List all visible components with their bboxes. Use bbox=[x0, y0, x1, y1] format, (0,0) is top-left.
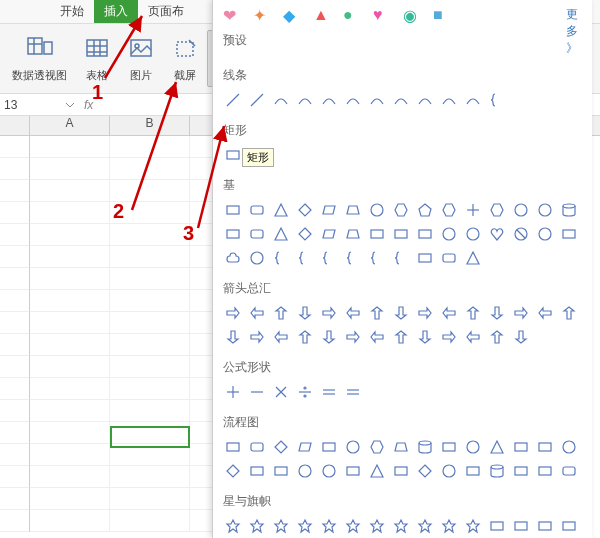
shape-option[interactable] bbox=[247, 224, 267, 244]
shape-option[interactable] bbox=[463, 327, 483, 347]
recent-icon[interactable]: ● bbox=[343, 6, 359, 22]
shape-option[interactable] bbox=[439, 461, 459, 481]
dropdown-icon[interactable] bbox=[64, 99, 76, 111]
shape-option[interactable] bbox=[367, 248, 387, 268]
shape-option[interactable] bbox=[463, 200, 483, 220]
shape-option[interactable] bbox=[439, 90, 459, 110]
col-header-a[interactable]: A bbox=[30, 116, 110, 135]
shape-option[interactable] bbox=[295, 303, 315, 323]
recent-icon[interactable]: ◉ bbox=[403, 6, 419, 22]
shape-option[interactable] bbox=[463, 437, 483, 457]
shape-option[interactable] bbox=[367, 90, 387, 110]
shape-option[interactable] bbox=[559, 224, 579, 244]
shape-option[interactable] bbox=[463, 303, 483, 323]
recent-icon[interactable]: ✦ bbox=[253, 6, 269, 22]
recent-icon[interactable]: ▲ bbox=[313, 6, 329, 22]
shape-option[interactable] bbox=[223, 224, 243, 244]
shape-option[interactable] bbox=[319, 248, 339, 268]
shape-option[interactable] bbox=[319, 224, 339, 244]
shape-option[interactable] bbox=[295, 200, 315, 220]
shape-option[interactable] bbox=[295, 90, 315, 110]
shape-option[interactable] bbox=[271, 516, 291, 536]
shape-option[interactable] bbox=[391, 248, 411, 268]
shape-option[interactable] bbox=[319, 327, 339, 347]
shape-option[interactable] bbox=[367, 516, 387, 536]
shape-option[interactable] bbox=[271, 90, 291, 110]
shape-option[interactable] bbox=[463, 90, 483, 110]
shape-option[interactable] bbox=[391, 437, 411, 457]
shape-option[interactable] bbox=[415, 327, 435, 347]
shape-option[interactable] bbox=[343, 327, 363, 347]
shape-option[interactable] bbox=[535, 516, 555, 536]
shape-option[interactable] bbox=[223, 437, 243, 457]
shape-option[interactable] bbox=[367, 224, 387, 244]
shape-option[interactable] bbox=[559, 437, 579, 457]
shape-option[interactable] bbox=[343, 90, 363, 110]
shape-option[interactable] bbox=[415, 516, 435, 536]
shape-option[interactable] bbox=[415, 224, 435, 244]
shape-option[interactable] bbox=[439, 516, 459, 536]
shape-option[interactable] bbox=[319, 437, 339, 457]
shape-option[interactable] bbox=[223, 516, 243, 536]
shape-option[interactable] bbox=[295, 516, 315, 536]
recent-icon[interactable]: ♥ bbox=[373, 6, 389, 22]
tab-pagelayout[interactable]: 页面布 bbox=[138, 0, 194, 23]
shape-option[interactable] bbox=[415, 200, 435, 220]
shape-option[interactable] bbox=[223, 327, 243, 347]
shape-option[interactable] bbox=[535, 437, 555, 457]
shape-option[interactable] bbox=[247, 90, 267, 110]
selected-cell[interactable] bbox=[110, 426, 190, 448]
shape-option[interactable] bbox=[415, 303, 435, 323]
shape-option[interactable] bbox=[247, 382, 267, 402]
shape-option[interactable] bbox=[511, 224, 531, 244]
shape-option[interactable] bbox=[319, 90, 339, 110]
shape-option[interactable] bbox=[367, 200, 387, 220]
shape-option[interactable] bbox=[223, 248, 243, 268]
shape-option[interactable] bbox=[559, 516, 579, 536]
shape-option[interactable] bbox=[463, 516, 483, 536]
shape-option[interactable] bbox=[271, 327, 291, 347]
shape-option[interactable] bbox=[271, 461, 291, 481]
shape-option[interactable] bbox=[247, 516, 267, 536]
table-button[interactable]: 表格 bbox=[75, 30, 119, 87]
shape-option[interactable] bbox=[415, 461, 435, 481]
shape-option[interactable] bbox=[343, 200, 363, 220]
shape-option[interactable] bbox=[439, 200, 459, 220]
recent-icon[interactable]: ◆ bbox=[283, 6, 299, 22]
shape-option[interactable] bbox=[271, 303, 291, 323]
shape-option[interactable] bbox=[319, 200, 339, 220]
shape-option[interactable] bbox=[535, 461, 555, 481]
shape-option[interactable] bbox=[247, 303, 267, 323]
shape-option[interactable] bbox=[343, 516, 363, 536]
shape-option[interactable] bbox=[391, 90, 411, 110]
shape-option[interactable] bbox=[391, 224, 411, 244]
select-all-corner[interactable] bbox=[0, 116, 30, 135]
shape-option[interactable] bbox=[487, 461, 507, 481]
shape-option[interactable] bbox=[247, 437, 267, 457]
tab-start[interactable]: 开始 bbox=[50, 0, 94, 23]
shape-option[interactable] bbox=[463, 224, 483, 244]
shape-option[interactable] bbox=[559, 200, 579, 220]
shape-option[interactable] bbox=[343, 303, 363, 323]
cell-reference[interactable]: 13 bbox=[4, 98, 64, 112]
shape-option[interactable] bbox=[511, 516, 531, 536]
shape-option[interactable] bbox=[487, 303, 507, 323]
shape-option[interactable] bbox=[487, 516, 507, 536]
shape-option[interactable] bbox=[463, 461, 483, 481]
shape-option[interactable] bbox=[487, 200, 507, 220]
shape-option[interactable] bbox=[295, 224, 315, 244]
shape-option[interactable] bbox=[487, 327, 507, 347]
shape-option[interactable] bbox=[439, 303, 459, 323]
picture-button[interactable]: 图片 bbox=[119, 30, 163, 87]
shape-option[interactable] bbox=[343, 461, 363, 481]
shape-option[interactable] bbox=[559, 303, 579, 323]
shape-option[interactable] bbox=[271, 224, 291, 244]
shape-option[interactable] bbox=[511, 303, 531, 323]
shape-option[interactable] bbox=[223, 90, 243, 110]
shape-option[interactable] bbox=[367, 437, 387, 457]
shape-option[interactable] bbox=[559, 461, 579, 481]
shape-option[interactable] bbox=[223, 145, 243, 165]
shape-option[interactable] bbox=[247, 200, 267, 220]
shape-option[interactable] bbox=[319, 516, 339, 536]
shape-option[interactable] bbox=[319, 303, 339, 323]
